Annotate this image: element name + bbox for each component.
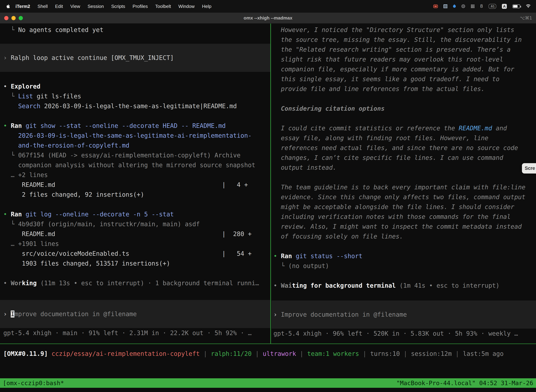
menu-item-window[interactable]: Window xyxy=(175,4,198,9)
terminal-line: └ List git ls-files xyxy=(0,91,270,101)
window-shortcut-badge: ⌥⌘1 xyxy=(520,15,532,21)
terminal-line: 1903 files changed, 513517 insertions(+) xyxy=(0,258,270,268)
terminal-line: companion analysis without altering the … xyxy=(0,160,270,170)
terminal-line: └ No agents completed yet xyxy=(0,25,270,35)
dots-grid-app-icon[interactable] xyxy=(471,5,475,8)
terminal-line: … +2 lines xyxy=(0,170,270,180)
menu-item-profiles[interactable]: Profiles xyxy=(129,4,152,9)
terminal-line: 2026-03-09-is-legal-the-same-as-legitima… xyxy=(0,131,270,140)
window-controls xyxy=(4,16,23,20)
terminal-line: this single essay, it seems like a good … xyxy=(272,74,536,84)
terminal-line: • Ran git log --oneline --decorate -n 5 … xyxy=(0,209,270,219)
window-title: omx --xhigh --madmax xyxy=(0,15,536,21)
session-status-left: gpt-5.4 xhigh · main · 91% left · 2.31M … xyxy=(0,328,270,338)
right-pane: However, I noticed the "Directory Struct… xyxy=(272,23,536,344)
menu-item-help[interactable]: Help xyxy=(198,4,215,9)
circle-app-icon[interactable] xyxy=(461,5,465,8)
apple-menu-icon[interactable] xyxy=(6,4,10,9)
terminal-line: └ 4b9d30f (origin/main, instructkr/main,… xyxy=(0,219,270,229)
terminal-line: • Ran git show --stat --oneline --decora… xyxy=(0,121,270,131)
window-title-bar: omx --xhigh --madmax ⌥⌘1 xyxy=(0,13,536,23)
terminal-line: including verification notes with those … xyxy=(272,212,536,222)
minimize-button[interactable] xyxy=(11,16,16,20)
zoom-button[interactable] xyxy=(19,16,23,20)
terminal-line: Search 2026-03-09-is-legal-the-same-as-l… xyxy=(0,101,270,111)
menu-item-iterm2[interactable]: iTerm2 xyxy=(12,4,34,9)
terminal-line: … +1901 lines xyxy=(0,239,270,249)
prompt-input-right[interactable]: › Improve documentation in @filename xyxy=(272,300,536,329)
terminal-line: └ (no output) xyxy=(272,261,536,271)
wifi-icon[interactable] xyxy=(526,5,531,8)
screen-share-popover[interactable]: Scre xyxy=(522,163,536,173)
terminal-line: src/voice/voiceModeEnabled.ts | 54 + xyxy=(0,249,270,258)
terminal-line xyxy=(272,241,536,251)
terminal-line: references need actual files, and since … xyxy=(272,143,536,153)
terminal-line: • Explored xyxy=(0,81,270,91)
terminal-line xyxy=(272,173,536,182)
terminal-line xyxy=(0,111,270,121)
menu-status-icons: 8 .61 A xyxy=(433,4,531,9)
terminal-line xyxy=(0,268,270,278)
gauge-indicator[interactable]: .61 xyxy=(488,4,496,9)
figure-eight-app-icon[interactable]: 8 xyxy=(480,4,483,9)
terminal-line: README.md | 280 + xyxy=(0,229,270,239)
terminal-line: the source tree, missing the essay. Stil… xyxy=(272,35,536,45)
menu-item-toolbelt[interactable]: Toolbelt xyxy=(152,4,175,9)
thinking-heading: Considering citation options xyxy=(272,104,536,113)
omx-status-pane: [OMX#0.11.9] cczip/essay/ai-reimplementa… xyxy=(0,344,536,378)
terminal-line: the "Related research writing" section i… xyxy=(272,45,536,54)
terminal-line: However, I noticed the "Directory Struct… xyxy=(272,25,536,35)
terminal-line: essay file, along with finding root file… xyxy=(272,133,536,143)
tmux-session-label: [omx-cczip0:bash* xyxy=(3,379,64,387)
terminal-line: The team guideline is to back every impo… xyxy=(272,182,536,192)
terminal-line: changes, I can’t cite specific file line… xyxy=(272,153,536,163)
terminal-line xyxy=(272,113,536,123)
prompt-input-right-line: › Improve documentation in @filename xyxy=(272,310,536,319)
drop-app-icon[interactable] xyxy=(452,5,456,9)
close-button[interactable] xyxy=(4,16,9,20)
terminal-line: might be acceptable alongside the file l… xyxy=(272,202,536,212)
terminal: └ No agents completed yet› Ralph loop ac… xyxy=(0,23,536,392)
pane-divider-vertical xyxy=(270,23,271,344)
terminal-line: slight risk that future readers may over… xyxy=(272,54,536,64)
menu-item-session[interactable]: Session xyxy=(84,4,108,9)
prompt-input-left[interactable]: › Improve documentation in @filename xyxy=(0,300,270,328)
tmux-status-bar: [omx-cczip0:bash* "MacBook-Pro-44.local"… xyxy=(0,378,536,388)
terminal-line: I could cite commit statistics or refere… xyxy=(272,123,536,133)
grid-app-icon[interactable] xyxy=(444,5,447,8)
text-cursor: I xyxy=(11,311,14,317)
menu-item-shell[interactable]: Shell xyxy=(34,4,51,9)
left-pane: └ No agents completed yet› Ralph loop ac… xyxy=(0,23,270,344)
screen-recording-indicator-icon[interactable] xyxy=(433,5,438,8)
menu-bar: iTerm2ShellEditViewSessionScriptsProfile… xyxy=(0,0,536,13)
terminal-line: provide file and line references from th… xyxy=(272,84,536,94)
menu-item-view[interactable]: View xyxy=(67,4,84,9)
menu-item-scripts[interactable]: Scripts xyxy=(107,4,129,9)
session-status-right: gpt-5.4 xhigh · 96% left · 520K in · 5.8… xyxy=(272,329,536,338)
ralph-loop-banner-line: › Ralph loop active continue [OMX_TMUX_I… xyxy=(0,53,270,63)
terminal-line xyxy=(0,200,270,209)
terminal-line: of focusing solely on file lines. xyxy=(272,232,536,241)
waiting-status-line: • Waiting for background terminal (1m 41… xyxy=(272,281,536,290)
terminal-line: README.md | 4 + xyxy=(0,180,270,190)
terminal-line xyxy=(272,94,536,104)
battery-icon[interactable] xyxy=(512,5,520,8)
input-source-icon[interactable]: A xyxy=(502,4,507,9)
omx-status-line: [OMX#0.11.9] cczip/essay/ai-reimplementa… xyxy=(0,349,536,359)
working-status-line: • Working (11m 13s • esc to interrupt) ·… xyxy=(0,278,270,288)
terminal-line xyxy=(272,271,536,281)
terminal-line: • Ran git status --short xyxy=(272,251,536,261)
terminal-line: review. Also, I might want to inspect th… xyxy=(272,222,536,232)
menu-items: iTerm2ShellEditViewSessionScriptsProfile… xyxy=(12,4,215,9)
terminal-line: output instead. xyxy=(272,163,536,173)
screen: iTerm2ShellEditViewSessionScriptsProfile… xyxy=(0,0,536,392)
tmux-host-clock: "MacBook-Pro-44.local" 04:52 31-Mar-26 xyxy=(396,379,533,387)
ralph-loop-banner: › Ralph loop active continue [OMX_TMUX_I… xyxy=(0,44,270,72)
terminal-line: companion file, especially if more comme… xyxy=(272,64,536,74)
terminal-line: and-the-erosion-of-copyleft.md xyxy=(0,140,270,150)
prompt-input-left-line: › Improve documentation in @filename xyxy=(0,309,270,319)
terminal-line: └ 067f154 (HEAD -> essay/ai-reimplementa… xyxy=(0,150,270,160)
terminal-line: 2 files changed, 92 insertions(+) xyxy=(0,190,270,200)
terminal-line: evidence. Since this change only affects… xyxy=(272,192,536,202)
menu-item-edit[interactable]: Edit xyxy=(51,4,67,9)
